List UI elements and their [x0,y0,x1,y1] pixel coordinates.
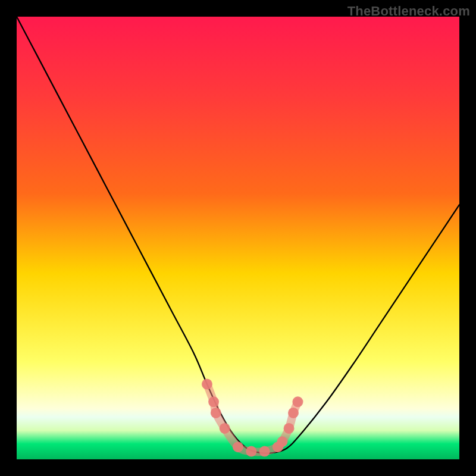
marker-point [211,408,221,418]
marker-point [284,423,295,434]
chart-frame: TheBottleneck.com [0,0,476,476]
marker-point [233,441,243,452]
marker-point [220,423,230,434]
marker-point [208,396,219,407]
marker-point [277,436,287,447]
marker-point [246,446,256,457]
gradient-background [17,17,459,459]
marker-point [202,379,212,390]
plot-area [17,17,459,459]
marker-point [259,446,270,457]
marker-point [288,408,299,418]
marker-point [292,396,303,407]
chart-svg [17,17,459,459]
